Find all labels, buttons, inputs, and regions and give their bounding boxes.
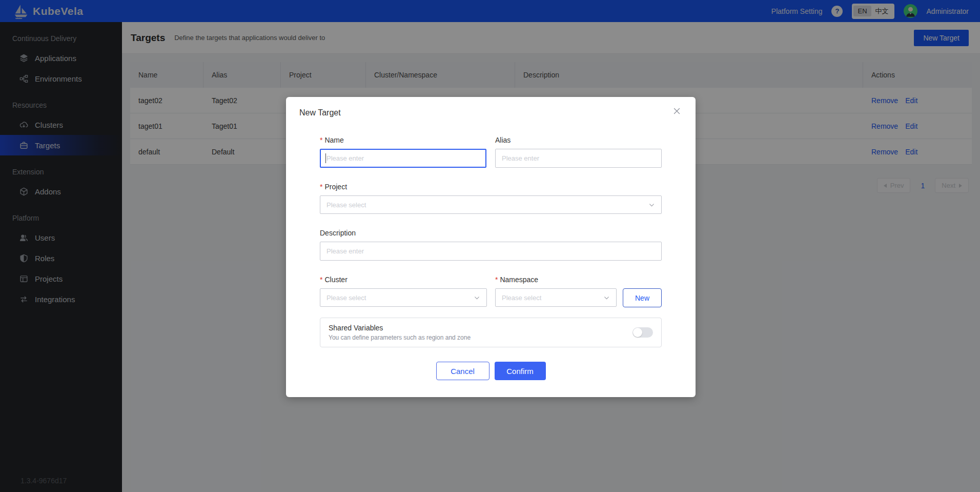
alias-field-group: Alias [495,136,662,168]
select-placeholder: Please select [326,294,366,302]
name-field-group: * Name [320,136,486,168]
cluster-select[interactable]: Please select [320,288,487,307]
select-placeholder: Please select [502,294,541,302]
name-input[interactable] [320,149,486,168]
namespace-label: * Namespace [495,275,662,284]
modal-title: New Target [299,108,341,117]
chevron-down-icon [474,294,480,301]
namespace-field-group: * Namespace Please select New [495,275,662,307]
modal-header: New Target [286,97,696,117]
modal-footer: Cancel Confirm [320,362,662,380]
namespace-select[interactable]: Please select [495,288,617,307]
description-field-group: Description [320,229,662,261]
alias-label: Alias [495,136,662,144]
project-label: * Project [320,183,662,191]
new-namespace-button[interactable]: New [623,288,662,307]
project-field-group: * Project Please select [320,183,662,214]
cluster-label: * Cluster [320,275,487,284]
project-select[interactable]: Please select [320,195,662,214]
confirm-button[interactable]: Confirm [495,362,546,380]
select-placeholder: Please select [326,201,366,209]
name-label: * Name [320,136,486,144]
shared-variables-title: Shared Variables [329,324,632,332]
shared-variables-toggle[interactable] [632,327,653,338]
alias-input[interactable] [495,149,662,168]
new-target-modal: New Target * Name Alias [286,97,696,397]
chevron-down-icon [648,202,655,208]
required-asterisk: * [320,136,322,144]
cluster-field-group: * Cluster Please select [320,275,487,307]
description-input[interactable] [320,242,662,261]
cancel-button[interactable]: Cancel [436,362,489,380]
description-label: Description [320,229,662,237]
chevron-down-icon [603,294,610,301]
required-asterisk: * [320,183,322,191]
toggle-knob [633,328,642,337]
close-icon[interactable] [673,107,683,117]
required-asterisk: * [320,275,322,284]
required-asterisk: * [495,275,498,284]
modal-body: * Name Alias * Project Plea [286,117,696,380]
text-caret [325,153,326,163]
shared-variables-subtitle: You can define parameters such as region… [329,334,632,341]
shared-variables-box: Shared Variables You can define paramete… [320,318,662,347]
